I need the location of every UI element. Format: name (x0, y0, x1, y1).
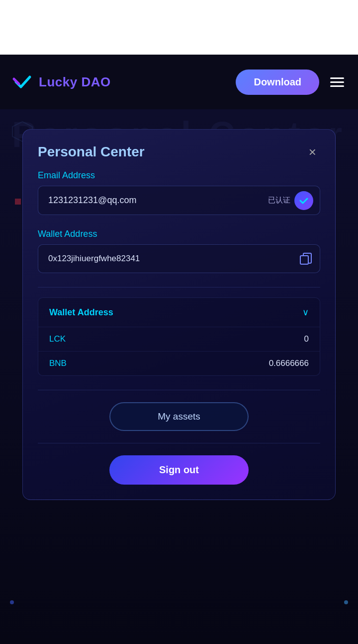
modal-header: Personal Center × (23, 130, 335, 170)
logo-icon (12, 71, 34, 93)
modal-title: Personal Center (38, 144, 145, 160)
divider-3 (38, 443, 320, 443)
asset-name-bnb: BNB (49, 358, 67, 368)
bg-dot-left (10, 600, 14, 604)
top-white-bar (0, 0, 358, 55)
wallet-address-label: Wallet Address (38, 229, 320, 239)
copy-wallet-button[interactable] (298, 251, 313, 266)
logo-text-lucky: Lucky (39, 74, 78, 89)
wallet-field-wrapper (38, 244, 320, 273)
download-button[interactable]: Download (236, 70, 319, 95)
verified-text: 已认证 (268, 196, 290, 205)
modal-close-button[interactable]: × (305, 143, 320, 160)
bg-dot-right (344, 600, 348, 604)
personal-center-modal: Personal Center × Email Address 已认证 (22, 129, 336, 500)
wallet-assets-section: Wallet Address ∨ LCK 0 BNB 0.6666666 (38, 297, 320, 376)
copy-icon (298, 251, 313, 266)
email-label: Email Address (38, 170, 320, 181)
hamburger-line-3 (330, 85, 344, 87)
wallet-assets-header[interactable]: Wallet Address ∨ (38, 298, 320, 327)
chevron-down-icon: ∨ (302, 307, 309, 318)
navbar-right: Download (236, 70, 346, 95)
divider-2 (38, 390, 320, 390)
logo-text: Lucky DAO (39, 74, 111, 90)
email-verified-badge: 已认证 (268, 191, 313, 210)
hamburger-line-1 (330, 77, 344, 79)
background-area: Personal Center Personal Center × Email … (0, 109, 358, 644)
divider-1 (38, 287, 320, 287)
email-field-wrapper: 已认证 (38, 186, 320, 215)
modal-body: Email Address 已认证 Wallet Address (23, 170, 335, 485)
asset-value-bnb: 0.6666666 (269, 358, 309, 368)
logo-text-dao: DAO (78, 74, 111, 89)
hamburger-button[interactable] (328, 75, 346, 89)
bg-square-1 (15, 199, 21, 205)
navbar: Lucky DAO Download (0, 55, 358, 109)
hamburger-line-2 (330, 81, 344, 83)
sign-out-button[interactable]: Sign out (109, 455, 249, 485)
svg-rect-1 (300, 256, 308, 264)
verified-check-icon (294, 191, 313, 210)
wallet-assets-title: Wallet Address (49, 307, 113, 318)
wallet-address-input[interactable] (38, 244, 320, 273)
asset-row-lck: LCK 0 (38, 327, 320, 351)
asset-row-bnb: BNB 0.6666666 (38, 351, 320, 375)
asset-value-lck: 0 (304, 334, 309, 344)
logo-area: Lucky DAO (12, 71, 111, 93)
asset-name-lck: LCK (49, 334, 66, 344)
my-assets-button[interactable]: My assets (109, 402, 249, 431)
